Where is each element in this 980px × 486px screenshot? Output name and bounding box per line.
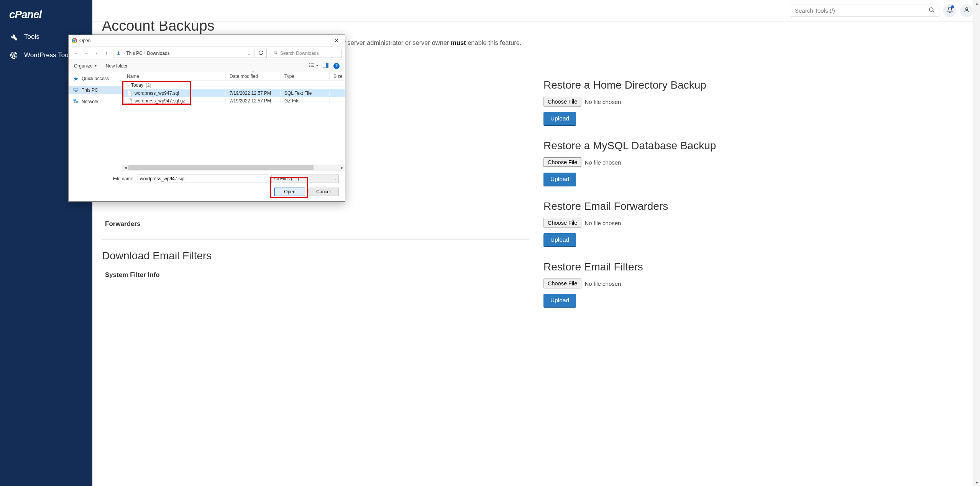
- wordpress-icon: [9, 51, 18, 60]
- file-type: GZ File: [281, 98, 330, 104]
- tree-item-label: Quick access: [82, 76, 109, 81]
- upload-button[interactable]: Upload: [543, 173, 576, 186]
- svg-rect-13: [326, 63, 328, 68]
- page-title: Account Backups: [102, 21, 529, 34]
- scroll-track[interactable]: [128, 165, 339, 171]
- horizontal-scrollbar[interactable]: ◀ ▶: [122, 165, 345, 171]
- search-input[interactable]: [795, 7, 928, 14]
- header-date[interactable]: ⌵ Date modified: [226, 72, 281, 81]
- new-folder-button[interactable]: New folder: [106, 63, 128, 69]
- scroll-right-icon[interactable]: ▶: [339, 165, 345, 171]
- browser-scrollbar[interactable]: ▲ ▼: [973, 0, 980, 486]
- group-today[interactable]: ⌵ Today (2): [122, 81, 345, 89]
- close-button[interactable]: ✕: [328, 35, 345, 46]
- scroll-thumb[interactable]: [128, 165, 314, 170]
- organize-menu[interactable]: Organize ▼: [74, 63, 97, 69]
- forward-button[interactable]: →: [82, 49, 91, 58]
- tree-quick-access[interactable]: Quick access: [69, 75, 122, 82]
- scroll-up-icon[interactable]: ▲: [974, 0, 980, 7]
- file-type: SQL Text File: [281, 91, 330, 96]
- search-box[interactable]: [791, 5, 939, 17]
- no-file-text: No file chosen: [584, 280, 621, 287]
- search-icon[interactable]: [928, 7, 935, 15]
- folder-tree: Quick access This PC Network: [69, 72, 122, 171]
- up-button[interactable]: ↑: [102, 49, 111, 58]
- open-button[interactable]: Open: [274, 188, 305, 196]
- file-date: 7/19/2022 12:57 PM: [226, 98, 281, 104]
- upload-button[interactable]: Upload: [543, 112, 576, 126]
- header-size[interactable]: Size: [330, 72, 345, 81]
- choose-file-button[interactable]: Choose File: [543, 278, 581, 288]
- svg-rect-8: [309, 65, 310, 66]
- upload-button[interactable]: Upload: [543, 233, 576, 247]
- breadcrumb-item[interactable]: Downloads: [147, 51, 169, 56]
- file-row[interactable]: wordpress_wp947.sql 7/19/2022 12:57 PM S…: [122, 89, 345, 97]
- svg-rect-16: [75, 91, 77, 92]
- svg-rect-22: [128, 94, 131, 94]
- arrow-right-icon: →: [84, 51, 89, 56]
- svg-rect-7: [311, 63, 314, 64]
- notifications-button[interactable]: [943, 4, 956, 17]
- filetype-select[interactable]: All Files (*.*) ⌵: [271, 175, 339, 183]
- chevron-right-icon: ›: [123, 51, 125, 55]
- system-filter-heading: System Filter Info: [102, 267, 529, 282]
- svg-point-2: [965, 8, 968, 10]
- choose-file-button[interactable]: Choose File: [543, 97, 581, 107]
- svg-point-4: [274, 51, 276, 53]
- refresh-button[interactable]: [255, 49, 267, 58]
- dialog-title: Open: [79, 38, 90, 43]
- file-icon: [127, 98, 132, 104]
- header-type[interactable]: Type: [281, 72, 330, 81]
- help-button[interactable]: ?: [333, 63, 340, 69]
- filename-label: File name:: [113, 176, 135, 181]
- star-icon: [73, 76, 79, 81]
- breadcrumb-item[interactable]: This PC: [126, 51, 143, 56]
- nav-tools-label: Tools: [24, 33, 39, 41]
- file-date: 7/19/2022 12:57 PM: [226, 91, 281, 96]
- right-column: Restore a Home Directory Backup Choose F…: [543, 21, 970, 486]
- header-name[interactable]: Name: [122, 72, 226, 81]
- tree-this-pc[interactable]: This PC: [69, 86, 122, 94]
- breadcrumb[interactable]: › This PC › Downloads ⌵: [113, 49, 254, 58]
- file-icon: [127, 91, 132, 96]
- group-label: Today: [131, 82, 143, 88]
- svg-line-1: [933, 11, 934, 12]
- svg-rect-10: [309, 66, 310, 67]
- chevron-right-icon: ›: [144, 51, 145, 55]
- section-title: Restore Email Forwarders: [543, 200, 970, 213]
- chevron-down-icon: ⌵: [335, 177, 337, 181]
- scroll-down-icon[interactable]: ▼: [974, 479, 980, 486]
- svg-rect-9: [311, 65, 314, 66]
- chevron-down-icon[interactable]: ⌵: [245, 51, 253, 56]
- restore-mysql-section: Restore a MySQL Database Backup Choose F…: [543, 140, 970, 186]
- back-button[interactable]: ←: [72, 49, 81, 58]
- restore-filters-section: Restore Email Filters Choose File No fil…: [543, 261, 970, 308]
- restore-home-section: Restore a Home Directory Backup Choose F…: [543, 79, 970, 126]
- close-icon: ✕: [334, 38, 339, 44]
- list-view-icon: [309, 63, 315, 69]
- scroll-left-icon[interactable]: ◀: [122, 165, 128, 171]
- filename-input[interactable]: [138, 175, 268, 183]
- no-file-text: No file chosen: [584, 159, 621, 166]
- download-filters-heading: Download Email Filters: [102, 250, 529, 262]
- help-icon: ?: [335, 64, 338, 68]
- file-row[interactable]: wordpress_wp947.sql.gz 7/19/2022 12:57 P…: [122, 97, 345, 105]
- user-button[interactable]: [960, 4, 973, 17]
- group-count: (2): [146, 82, 151, 88]
- upload-button[interactable]: Upload: [543, 294, 576, 308]
- file-name: wordpress_wp947.sql.gz: [135, 98, 185, 104]
- dialog-search[interactable]: Search Downloads: [271, 49, 342, 58]
- cancel-button[interactable]: Cancel: [308, 188, 339, 196]
- dialog-nav: ← → ▾ ↑ › This PC › Downloads ⌵: [69, 46, 345, 59]
- tree-network[interactable]: Network: [69, 98, 122, 105]
- view-options-button[interactable]: ▼: [310, 63, 317, 69]
- wrench-icon: [9, 32, 18, 41]
- chevron-down-icon: ▾: [95, 51, 97, 55]
- preview-pane-button[interactable]: [322, 63, 329, 69]
- svg-rect-17: [74, 99, 76, 101]
- file-open-dialog: Open ✕ ← → ▾ ↑ › This PC › Downloads ⌵: [68, 35, 345, 202]
- recent-dropdown[interactable]: ▾: [92, 49, 101, 58]
- choose-file-button[interactable]: Choose File: [543, 157, 581, 167]
- pc-icon: [73, 87, 79, 93]
- choose-file-button[interactable]: Choose File: [543, 218, 581, 228]
